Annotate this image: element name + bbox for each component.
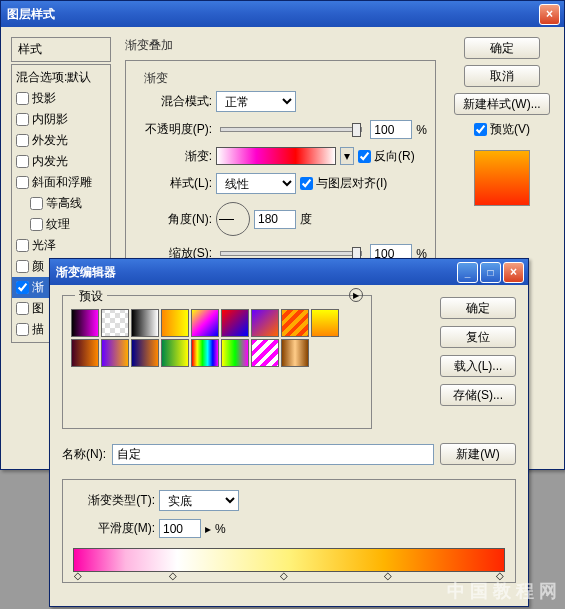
- ge-reset-button[interactable]: 复位: [440, 326, 516, 348]
- style-checkbox[interactable]: [16, 302, 29, 315]
- angle-input[interactable]: [254, 210, 296, 229]
- style-label: 样式(L):: [134, 175, 212, 192]
- style-item[interactable]: 投影: [12, 88, 110, 109]
- chevron-down-icon[interactable]: ▸: [205, 522, 211, 536]
- preset-swatch[interactable]: [131, 339, 159, 367]
- style-checkbox[interactable]: [30, 218, 43, 231]
- styles-header[interactable]: 样式: [11, 37, 111, 62]
- new-style-button[interactable]: 新建样式(W)...: [454, 93, 549, 115]
- style-checkbox[interactable]: [16, 113, 29, 126]
- ge-load-button[interactable]: 载入(L)...: [440, 355, 516, 377]
- style-checkbox[interactable]: [30, 197, 43, 210]
- close-icon[interactable]: ×: [539, 4, 560, 25]
- style-item[interactable]: 外发光: [12, 130, 110, 151]
- preset-swatch[interactable]: [251, 309, 279, 337]
- angle-label: 角度(N):: [134, 211, 212, 228]
- type-label: 渐变类型(T):: [73, 492, 155, 509]
- blend-options-item[interactable]: 混合选项:默认: [12, 67, 110, 88]
- chevron-down-icon[interactable]: ▾: [340, 147, 354, 165]
- preset-swatch[interactable]: [221, 339, 249, 367]
- type-select[interactable]: 实底: [159, 490, 239, 511]
- preset-swatch[interactable]: [191, 309, 219, 337]
- gradient-editor-title: 渐变编辑器: [56, 264, 455, 281]
- preset-swatch[interactable]: [281, 339, 309, 367]
- preset-swatch[interactable]: [161, 309, 189, 337]
- style-item[interactable]: 等高线: [12, 193, 110, 214]
- opacity-slider[interactable]: [220, 127, 362, 132]
- close-icon[interactable]: ×: [503, 262, 524, 283]
- gradient-editor-titlebar[interactable]: 渐变编辑器 _ □ ×: [50, 259, 528, 285]
- type-fieldset: 渐变类型(T): 实底 平滑度(M): ▸ % ◇ ◇ ◇ ◇ ◇: [62, 479, 516, 583]
- cancel-button[interactable]: 取消: [464, 65, 540, 87]
- preset-swatch[interactable]: [71, 339, 99, 367]
- presets-label: 预设: [75, 288, 107, 305]
- gradient-preview[interactable]: [216, 147, 336, 165]
- preset-swatch[interactable]: [281, 309, 309, 337]
- section-title: 渐变叠加: [125, 37, 436, 54]
- name-label: 名称(N):: [62, 446, 106, 463]
- gradient-fieldset: 渐变 混合模式: 正常 不透明度(P): % 渐变: ▾ 反向(R): [125, 60, 436, 282]
- opacity-input[interactable]: [370, 120, 412, 139]
- style-checkbox[interactable]: [16, 155, 29, 168]
- blend-mode-select[interactable]: 正常: [216, 91, 296, 112]
- blend-mode-label: 混合模式:: [134, 93, 212, 110]
- style-item[interactable]: 纹理: [12, 214, 110, 235]
- style-checkbox[interactable]: [16, 239, 29, 252]
- minimize-icon[interactable]: _: [457, 262, 478, 283]
- reverse-checkbox[interactable]: 反向(R): [358, 148, 415, 165]
- smoothness-input[interactable]: [159, 519, 201, 538]
- style-checkbox[interactable]: [16, 281, 29, 294]
- maximize-icon[interactable]: □: [480, 262, 501, 283]
- preview-checkbox[interactable]: 预览(V): [474, 121, 530, 138]
- preset-swatch[interactable]: [161, 339, 189, 367]
- preset-swatch[interactable]: [311, 309, 339, 337]
- style-checkbox[interactable]: [16, 323, 29, 336]
- presets-fieldset: 预设 ▶: [62, 295, 372, 429]
- style-select[interactable]: 线性: [216, 173, 296, 194]
- style-item[interactable]: 斜面和浮雕: [12, 172, 110, 193]
- preset-swatch[interactable]: [191, 339, 219, 367]
- gradient-label: 渐变:: [134, 148, 212, 165]
- style-item[interactable]: 光泽: [12, 235, 110, 256]
- style-checkbox[interactable]: [16, 92, 29, 105]
- ok-button[interactable]: 确定: [464, 37, 540, 59]
- name-input[interactable]: [112, 444, 434, 465]
- gradient-bar-editor[interactable]: ◇ ◇ ◇ ◇ ◇: [73, 548, 505, 572]
- style-item[interactable]: 内阴影: [12, 109, 110, 130]
- gradient-editor-window: 渐变编辑器 _ □ × 预设 ▶ 确定 复位 载入(L)... 存储(S)...…: [49, 258, 529, 607]
- preset-swatch[interactable]: [101, 309, 129, 337]
- ge-save-button[interactable]: 存储(S)...: [440, 384, 516, 406]
- new-gradient-button[interactable]: 新建(W): [440, 443, 516, 465]
- preset-swatch[interactable]: [101, 339, 129, 367]
- preview-swatch: [474, 150, 530, 206]
- scale-slider[interactable]: [220, 251, 362, 256]
- style-checkbox[interactable]: [16, 260, 29, 273]
- angle-dial[interactable]: [216, 202, 250, 236]
- play-icon[interactable]: ▶: [349, 288, 363, 302]
- layer-style-title: 图层样式: [7, 6, 537, 23]
- layer-style-titlebar[interactable]: 图层样式 ×: [1, 1, 564, 27]
- ge-ok-button[interactable]: 确定: [440, 297, 516, 319]
- smoothness-label: 平滑度(M):: [73, 520, 155, 537]
- preset-swatch[interactable]: [131, 309, 159, 337]
- style-checkbox[interactable]: [16, 176, 29, 189]
- opacity-label: 不透明度(P):: [134, 121, 212, 138]
- style-item[interactable]: 内发光: [12, 151, 110, 172]
- align-checkbox[interactable]: 与图层对齐(I): [300, 175, 387, 192]
- style-checkbox[interactable]: [16, 134, 29, 147]
- preset-swatch[interactable]: [71, 309, 99, 337]
- preset-swatch[interactable]: [251, 339, 279, 367]
- preset-grid: [71, 309, 363, 367]
- fieldset-title: 渐变: [140, 70, 172, 87]
- preset-swatch[interactable]: [221, 309, 249, 337]
